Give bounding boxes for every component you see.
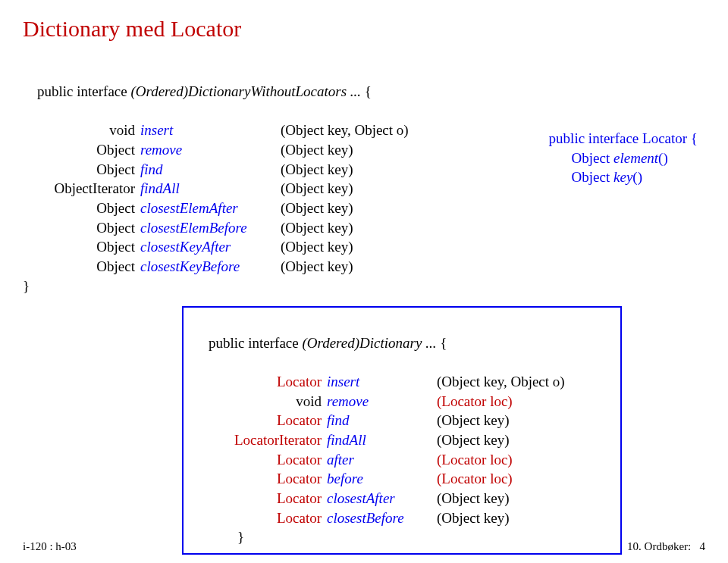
method-name: find bbox=[327, 411, 437, 430]
method-row: LocatorclosestBefore(Object key) bbox=[194, 508, 610, 528]
locator-method-1: Object element() bbox=[549, 149, 698, 168]
interface1-declaration: public interface (Ordered)DictionaryWith… bbox=[23, 63, 705, 121]
method-args: (Object key) bbox=[281, 140, 353, 160]
return-type: ObjectIterator bbox=[23, 179, 140, 199]
method-row: ObjectclosestElemAfter(Object key) bbox=[23, 199, 705, 218]
method-args: (Object key) bbox=[437, 489, 509, 508]
method-name: insert bbox=[327, 372, 437, 392]
method-args: (Object key) bbox=[281, 237, 353, 257]
return-type: Object bbox=[23, 160, 140, 180]
method-args: (Object key) bbox=[281, 257, 353, 277]
method-name: closestElemAfter bbox=[140, 199, 281, 218]
method-name: closestBefore bbox=[327, 508, 437, 528]
method-row: Locatorfind(Object key) bbox=[194, 411, 610, 430]
footer-left: i-120 : h-03 bbox=[23, 539, 77, 554]
method-args: (Object key) bbox=[281, 218, 353, 238]
return-type: Locator bbox=[194, 450, 327, 470]
return-type: Object bbox=[23, 218, 140, 238]
method-row: LocatorclosestAfter(Object key) bbox=[194, 489, 610, 508]
method-name: findAll bbox=[327, 430, 437, 450]
method-args: (Object key) bbox=[281, 199, 353, 218]
method-name: closestElemBefore bbox=[140, 218, 281, 238]
method-args: (Locator loc) bbox=[437, 469, 513, 489]
method-args: (Object key) bbox=[437, 411, 509, 430]
method-row: voidremove(Locator loc) bbox=[194, 392, 610, 411]
method-name: after bbox=[327, 450, 437, 470]
method-row: Locatorafter(Locator loc) bbox=[194, 450, 610, 470]
method-name: remove bbox=[140, 140, 281, 160]
return-type: void bbox=[194, 392, 327, 411]
footer: i-120 : h-03 10. Ordbøker: 4 bbox=[23, 539, 705, 554]
method-args: (Locator loc) bbox=[437, 392, 513, 411]
method-args: (Object key, Object o) bbox=[281, 120, 409, 140]
locator-method-2: Object key() bbox=[549, 167, 698, 187]
method-name: closestKeyBefore bbox=[140, 257, 281, 277]
method-args: (Object key) bbox=[437, 430, 509, 450]
method-args: (Locator loc) bbox=[437, 450, 513, 470]
return-type: LocatorIterator bbox=[194, 430, 327, 450]
method-row: Locatorinsert(Object key, Object o) bbox=[194, 372, 610, 392]
interface2-declaration: public interface (Ordered)Dictionary ...… bbox=[194, 314, 610, 372]
open-brace: { bbox=[365, 83, 372, 99]
method-name: closestKeyAfter bbox=[140, 237, 281, 257]
method-args: (Object key) bbox=[281, 160, 353, 180]
footer-right: 10. Ordbøker: 4 bbox=[627, 539, 705, 554]
method-row: LocatorIteratorfindAll(Object key) bbox=[194, 430, 610, 450]
method-row: ObjectclosestKeyBefore(Object key) bbox=[23, 257, 705, 277]
method-row: ObjectclosestElemBefore(Object key) bbox=[23, 218, 705, 238]
return-type: Locator bbox=[194, 411, 327, 430]
close-brace-1: } bbox=[23, 277, 705, 296]
method-name: insert bbox=[140, 120, 281, 140]
return-type: void bbox=[23, 120, 140, 140]
return-type: Locator bbox=[194, 508, 327, 528]
keyword-public-interface: public interface bbox=[37, 83, 130, 99]
return-type: Locator bbox=[194, 489, 327, 508]
return-type: Object bbox=[23, 199, 140, 218]
return-type: Object bbox=[23, 237, 140, 257]
method-name: before bbox=[327, 469, 437, 489]
return-type: Locator bbox=[194, 469, 327, 489]
return-type: Locator bbox=[194, 372, 327, 392]
return-type: Object bbox=[23, 140, 140, 160]
method-name: closestAfter bbox=[327, 489, 437, 508]
method-args: (Object key) bbox=[437, 508, 509, 528]
return-type: Object bbox=[23, 257, 140, 277]
page-title: Dictionary med Locator bbox=[23, 14, 705, 45]
method-args: (Object key, Object o) bbox=[437, 372, 565, 392]
method-name: find bbox=[140, 160, 281, 180]
method-name: remove bbox=[327, 392, 437, 411]
method-args: (Object key) bbox=[281, 179, 353, 199]
locator-interface-box: public interface Locator { Object elemen… bbox=[549, 129, 698, 187]
interface-block-2: public interface (Ordered)Dictionary ...… bbox=[182, 306, 622, 555]
interface1-name: (Ordered)DictionaryWithoutLocators ... bbox=[130, 83, 364, 99]
method-row: ObjectclosestKeyAfter(Object key) bbox=[23, 237, 705, 257]
locator-decl: public interface Locator { bbox=[549, 129, 698, 149]
method-row: Locatorbefore(Locator loc) bbox=[194, 469, 610, 489]
method-name: findAll bbox=[140, 179, 281, 199]
